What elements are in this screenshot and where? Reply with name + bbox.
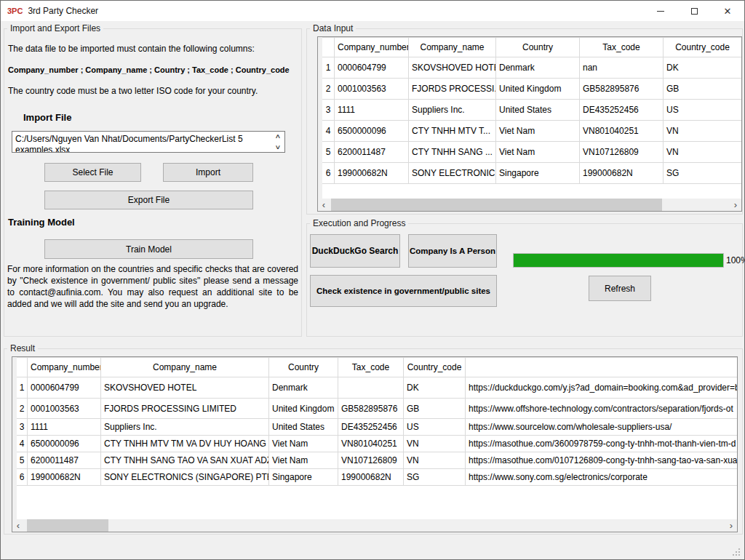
column-header[interactable]: Country_code xyxy=(404,358,466,377)
cell[interactable]: United States xyxy=(269,419,338,436)
scroll-left-icon[interactable]: ‹ xyxy=(318,199,330,211)
cell[interactable]: US xyxy=(664,100,742,121)
cell[interactable]: SKOVSHOVED HOTEL xyxy=(101,377,269,399)
cell[interactable]: 0001003563 xyxy=(28,399,101,419)
cell[interactable]: 6200011487 xyxy=(335,142,409,163)
cell[interactable] xyxy=(338,377,404,399)
cell[interactable]: FJORDS PROCESSING LIMITED xyxy=(101,399,269,419)
cell[interactable]: DK xyxy=(404,377,466,399)
cell[interactable]: https://www.sourcelow.com/wholesale-supp… xyxy=(466,419,738,436)
cell[interactable]: VN107126809 xyxy=(338,452,404,469)
minimize-button[interactable] xyxy=(644,1,677,21)
cell[interactable]: VN xyxy=(404,436,466,452)
cell[interactable]: United Kingdom xyxy=(269,399,338,419)
cell[interactable]: SONY ELECTRONICS (SINGAPORE) PTE. LTD. xyxy=(101,469,269,486)
cell[interactable]: 0000604799 xyxy=(28,377,101,399)
cell[interactable]: Viet Nam xyxy=(496,142,580,163)
close-button[interactable]: ✕ xyxy=(711,1,744,21)
column-header[interactable]: Company_number xyxy=(28,358,101,377)
cell[interactable]: https://masothue.com/3600978759-cong-ty-… xyxy=(466,436,738,452)
data-input-grid[interactable]: Company_numberCompany_nameCountryTax_cod… xyxy=(317,36,742,212)
train-model-button[interactable]: Train Model xyxy=(44,239,253,259)
cell[interactable]: VN801040251 xyxy=(580,121,664,142)
company-is-person-button[interactable]: Company Is A Person xyxy=(408,234,497,268)
cell[interactable]: DK xyxy=(664,57,742,79)
refresh-button[interactable]: Refresh xyxy=(589,276,651,301)
cell[interactable]: DE435252456 xyxy=(338,419,404,436)
column-header[interactable]: Company_name xyxy=(101,358,269,377)
cell[interactable]: Singapore xyxy=(269,469,338,486)
cell[interactable]: VN801040251 xyxy=(338,436,404,452)
cell[interactable]: GB xyxy=(664,79,742,100)
cell[interactable]: 0001003563 xyxy=(335,79,409,100)
column-header[interactable]: Company_number xyxy=(335,38,409,57)
cell[interactable]: Denmark xyxy=(496,57,580,79)
scrollbar-thumb[interactable] xyxy=(27,519,108,532)
export-file-button[interactable]: Export File xyxy=(44,191,253,209)
cell[interactable]: CTY TNHH SANG TAO VA SAN XUAT ADZ xyxy=(101,452,269,469)
cell[interactable]: 6500000096 xyxy=(335,121,409,142)
cell[interactable]: United Kingdom xyxy=(496,79,580,100)
cell[interactable]: CTY TNHH MTV TM VA DV HUY HOANG xyxy=(101,436,269,452)
cell[interactable]: 6500000096 xyxy=(28,436,101,452)
cell[interactable]: Denmark xyxy=(269,377,338,399)
cell[interactable]: GB xyxy=(404,399,466,419)
cell[interactable]: Viet Nam xyxy=(269,436,338,452)
data-input-hscrollbar[interactable]: ‹ › xyxy=(318,199,741,211)
resize-grip[interactable] xyxy=(733,548,741,556)
cell[interactable]: https://www.offshore-technology.com/cont… xyxy=(466,399,738,419)
cell[interactable]: CTY TNHH SANG ... xyxy=(409,142,496,163)
scroll-left-icon[interactable]: ‹ xyxy=(12,519,24,532)
scroll-up-icon[interactable]: ∧ xyxy=(274,134,281,139)
cell[interactable]: SKOVSHOVED HOTEL xyxy=(409,57,496,79)
cell[interactable]: 199000682N xyxy=(338,469,404,486)
cell[interactable]: CTY TNHH MTV T... xyxy=(409,121,496,142)
column-header[interactable]: Tax_code xyxy=(338,358,404,377)
scroll-right-icon[interactable]: › xyxy=(725,519,737,532)
cell[interactable]: 199000682N xyxy=(580,163,664,184)
cell[interactable]: VN xyxy=(664,142,742,163)
scrollbar-track[interactable] xyxy=(24,519,725,532)
maximize-button[interactable] xyxy=(677,1,711,21)
column-header[interactable]: Country xyxy=(496,38,580,57)
cell[interactable]: 199000682N xyxy=(28,469,101,486)
cell[interactable]: Viet Nam xyxy=(269,452,338,469)
result-grid[interactable]: Company_numberCompany_nameCountryTax_cod… xyxy=(12,356,738,532)
column-header[interactable]: Country_code xyxy=(664,38,742,57)
cell[interactable]: VN107126809 xyxy=(580,142,664,163)
import-button[interactable]: Import xyxy=(163,163,253,182)
duckduckgo-search-button[interactable]: DuckDuckGo Search xyxy=(310,234,400,268)
cell[interactable]: FJORDS PROCESSI... xyxy=(409,79,496,100)
cell[interactable]: GB582895876 xyxy=(338,399,404,419)
cell[interactable]: 0000604799 xyxy=(335,57,409,79)
cell[interactable]: US xyxy=(404,419,466,436)
cell[interactable]: VN xyxy=(664,121,742,142)
select-file-button[interactable]: Select File xyxy=(44,163,141,182)
scrollbar-track[interactable] xyxy=(330,199,730,211)
cell[interactable]: SG xyxy=(664,163,742,184)
cell[interactable]: https://www.sony.com.sg/electronics/corp… xyxy=(466,469,738,486)
cell[interactable]: GB582895876 xyxy=(580,79,664,100)
result-hscrollbar[interactable]: ‹ › xyxy=(12,519,737,532)
file-path-input[interactable]: C:/Users/Nguyen Van Nhat/Documents/Party… xyxy=(12,132,284,152)
file-path-scrollbar[interactable]: ∧ ∨ xyxy=(271,132,284,151)
scroll-down-icon[interactable]: ∨ xyxy=(274,145,281,150)
scrollbar-thumb[interactable] xyxy=(331,199,662,211)
column-header[interactable]: Tax_code xyxy=(580,38,664,57)
check-existence-button[interactable]: Check existence in government/public sit… xyxy=(310,275,497,307)
column-header[interactable]: Country xyxy=(269,358,338,377)
column-header[interactable]: Company_name xyxy=(409,38,496,57)
cell[interactable]: https://masothue.com/0107126809-cong-ty-… xyxy=(466,452,738,469)
cell[interactable]: VN xyxy=(404,452,466,469)
cell[interactable]: Suppliers Inc. xyxy=(409,100,496,121)
cell[interactable]: Suppliers Inc. xyxy=(101,419,269,436)
cell[interactable]: Singapore xyxy=(496,163,580,184)
cell[interactable]: SG xyxy=(404,469,466,486)
cell[interactable]: Viet Nam xyxy=(496,121,580,142)
cell[interactable]: 1111 xyxy=(28,419,101,436)
cell[interactable]: United States xyxy=(496,100,580,121)
cell[interactable]: nan xyxy=(580,57,664,79)
cell[interactable]: https://duckduckgo.com/y.js?ad_domain=bo… xyxy=(466,377,738,399)
cell[interactable]: SONY ELECTRONIC... xyxy=(409,163,496,184)
cell[interactable]: DE435252456 xyxy=(580,100,664,121)
